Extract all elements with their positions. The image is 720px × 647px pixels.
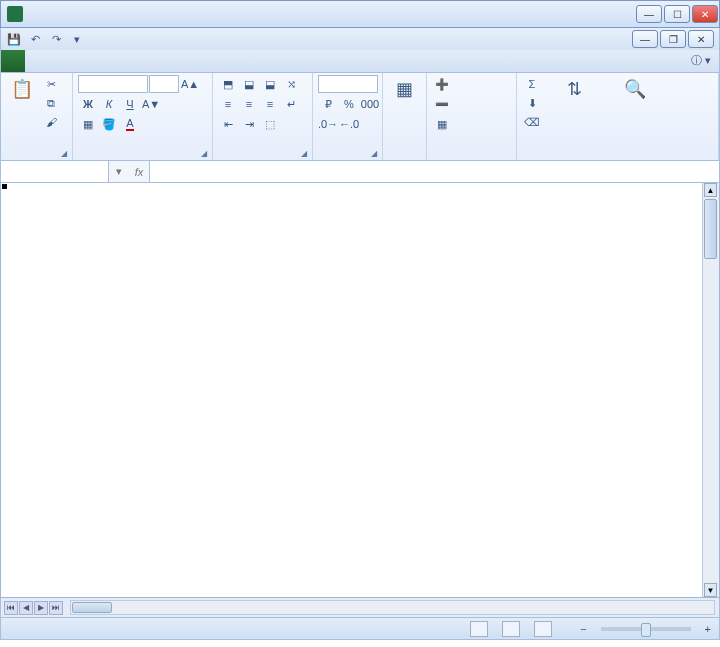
align-left-icon[interactable]: ≡ <box>218 95 238 113</box>
orientation-icon[interactable]: ⤭ <box>281 75 301 93</box>
find-select-button[interactable]: 🔍 <box>606 75 664 105</box>
alignment-launcher-icon[interactable]: ◢ <box>298 147 310 159</box>
indent-dec-icon[interactable]: ⇤ <box>218 115 238 133</box>
currency-icon[interactable]: ₽ <box>318 95 338 113</box>
increase-decimal-icon[interactable]: .0→ <box>318 115 338 133</box>
bold-icon[interactable]: Ж <box>78 95 98 113</box>
ribbon-tabs: ⓘ ▾ <box>0 50 720 73</box>
undo-icon[interactable]: ↶ <box>26 30 44 48</box>
styles-icon: ▦ <box>392 77 416 101</box>
number-format-select[interactable] <box>318 75 378 93</box>
percent-icon[interactable]: % <box>339 95 359 113</box>
scroll-up-icon[interactable]: ▲ <box>704 183 717 197</box>
zoom-slider[interactable] <box>601 627 691 631</box>
sort-filter-button[interactable]: ⇅ <box>545 75 603 105</box>
name-box[interactable] <box>1 161 109 182</box>
window-titlebar: — ☐ ✕ <box>0 0 720 28</box>
align-middle-icon[interactable]: ⬓ <box>239 75 259 93</box>
fx-icon[interactable]: fx <box>129 166 149 178</box>
maximize-button[interactable]: ☐ <box>664 5 690 23</box>
formula-bar: ▾ fx <box>0 161 720 183</box>
indent-inc-icon[interactable]: ⇥ <box>239 115 259 133</box>
spreadsheet-grid[interactable]: ▲ ▼ <box>0 183 720 598</box>
align-top-icon[interactable]: ⬒ <box>218 75 238 93</box>
wrap-text-icon[interactable]: ↵ <box>281 95 301 113</box>
font-launcher-icon[interactable]: ◢ <box>198 147 210 159</box>
vertical-scrollbar[interactable]: ▲ ▼ <box>702 183 719 597</box>
ribbon-help-icon[interactable]: ⓘ ▾ <box>683 50 719 72</box>
view-layout-icon[interactable] <box>502 621 520 637</box>
formula-input[interactable] <box>149 161 719 182</box>
sheet-tab-bar: ⏮ ◀ ▶ ⏭ <box>0 598 720 618</box>
underline-icon[interactable]: Ч <box>120 95 140 113</box>
redo-icon[interactable]: ↷ <box>47 30 65 48</box>
scroll-down-icon[interactable]: ▼ <box>704 583 717 597</box>
file-tab[interactable] <box>1 50 25 72</box>
cut-icon[interactable]: ✂ <box>41 75 61 93</box>
font-size-select[interactable] <box>149 75 179 93</box>
tab-nav-prev-icon[interactable]: ◀ <box>19 601 33 615</box>
fill-color-icon[interactable]: 🪣 <box>99 115 119 133</box>
zoom-in-icon[interactable]: + <box>705 623 711 635</box>
paste-button[interactable]: 📋 <box>6 75 38 105</box>
align-right-icon[interactable]: ≡ <box>260 95 280 113</box>
decrease-decimal-icon[interactable]: ←.0 <box>339 115 359 133</box>
align-bottom-icon[interactable]: ⬓ <box>260 75 280 93</box>
view-break-icon[interactable] <box>534 621 552 637</box>
ribbon: 📋 ✂ ⧉ 🖌 ◢ A▲ Ж К Ч A▼ <box>0 73 720 161</box>
excel-icon <box>7 6 23 22</box>
fill-handle[interactable] <box>1 183 8 190</box>
find-icon: 🔍 <box>623 77 647 101</box>
number-launcher-icon[interactable]: ◢ <box>368 147 380 159</box>
tab-nav-first-icon[interactable]: ⏮ <box>4 601 18 615</box>
clipboard-icon: 📋 <box>10 77 34 101</box>
fill-icon[interactable]: ⬇ <box>522 94 542 112</box>
italic-icon[interactable]: К <box>99 95 119 113</box>
font-name-select[interactable] <box>78 75 148 93</box>
grow-font-icon[interactable]: A▲ <box>180 75 200 93</box>
border-icon[interactable]: ▦ <box>78 115 98 133</box>
copy-icon[interactable]: ⧉ <box>41 94 61 112</box>
clipboard-launcher-icon[interactable]: ◢ <box>58 147 70 159</box>
comma-icon[interactable]: 000 <box>360 95 380 113</box>
qat-customize-icon[interactable]: ▾ <box>68 30 86 48</box>
zoom-out-icon[interactable]: − <box>580 623 586 635</box>
save-icon[interactable]: 💾 <box>5 30 23 48</box>
tab-nav-next-icon[interactable]: ▶ <box>34 601 48 615</box>
wb-close-button[interactable]: ✕ <box>688 30 714 48</box>
close-button[interactable]: ✕ <box>692 5 718 23</box>
vscroll-thumb[interactable] <box>704 199 717 259</box>
format-cells-icon[interactable]: ▦ <box>432 115 452 133</box>
status-bar: − + <box>0 618 720 640</box>
quick-access-toolbar: 💾 ↶ ↷ ▾ — ❐ ✕ <box>0 28 720 50</box>
wb-minimize-button[interactable]: — <box>632 30 658 48</box>
merge-icon[interactable]: ⬚ <box>260 115 280 133</box>
clear-icon[interactable]: ⌫ <box>522 113 542 131</box>
insert-cells-icon[interactable]: ➕ <box>432 75 452 93</box>
chevron-down-icon[interactable]: ▾ <box>109 165 129 178</box>
font-color-icon[interactable]: A <box>120 115 140 133</box>
sort-filter-icon: ⇅ <box>562 77 586 101</box>
delete-cells-icon[interactable]: ➖ <box>432 95 452 113</box>
tab-nav-last-icon[interactable]: ⏭ <box>49 601 63 615</box>
align-center-icon[interactable]: ≡ <box>239 95 259 113</box>
horizontal-scrollbar[interactable] <box>70 600 715 615</box>
styles-button[interactable]: ▦ <box>388 75 420 105</box>
view-normal-icon[interactable] <box>470 621 488 637</box>
hscroll-thumb[interactable] <box>72 602 112 613</box>
autosum-icon[interactable]: Σ <box>522 75 542 93</box>
minimize-button[interactable]: — <box>636 5 662 23</box>
wb-restore-button[interactable]: ❐ <box>660 30 686 48</box>
shrink-font-icon[interactable]: A▼ <box>141 95 161 113</box>
format-painter-icon[interactable]: 🖌 <box>41 113 61 131</box>
